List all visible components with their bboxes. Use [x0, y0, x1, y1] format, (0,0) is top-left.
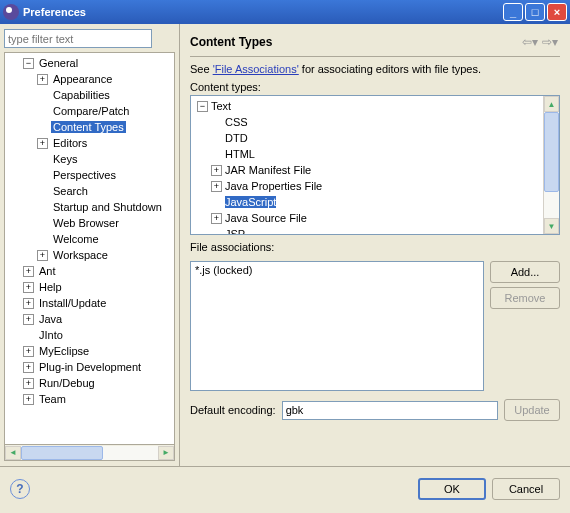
tree-item-java[interactable]: +Java — [5, 311, 174, 327]
ct-item-jar-manifest[interactable]: +JAR Manifest File — [191, 162, 543, 178]
expand-icon[interactable]: + — [23, 314, 34, 325]
window-buttons: _ □ × — [503, 3, 567, 21]
expand-icon[interactable]: + — [23, 282, 34, 293]
scroll-down-icon[interactable]: ▼ — [544, 218, 559, 234]
tree-item-keys[interactable]: Keys — [5, 151, 174, 167]
body: −General +Appearance Capabilities Compar… — [0, 24, 570, 466]
scroll-track[interactable] — [544, 112, 559, 218]
tree-item-editors[interactable]: +Editors — [5, 135, 174, 151]
footer-buttons: OK Cancel — [418, 478, 560, 500]
expand-icon[interactable]: + — [23, 362, 34, 373]
expand-icon[interactable]: + — [23, 266, 34, 277]
scroll-right-icon[interactable]: ► — [158, 446, 174, 460]
update-button[interactable]: Update — [504, 399, 560, 421]
file-associations-list[interactable]: *.js (locked) — [190, 261, 484, 391]
tree-item-myeclipse[interactable]: +MyEclipse — [5, 343, 174, 359]
tree-item-ant[interactable]: +Ant — [5, 263, 174, 279]
tree-item-run-debug[interactable]: +Run/Debug — [5, 375, 174, 391]
window-title: Preferences — [23, 6, 503, 18]
content-types-box: −Text CSS DTD HTML +JAR Manifest File +J… — [190, 95, 560, 235]
titlebar: Preferences _ □ × — [0, 0, 570, 24]
tree-item-welcome[interactable]: Welcome — [5, 231, 174, 247]
info-line: See 'File Associations' for associating … — [190, 63, 560, 75]
ct-item-text[interactable]: −Text — [191, 98, 543, 114]
expand-icon[interactable]: + — [37, 74, 48, 85]
app-icon — [3, 4, 19, 20]
close-button[interactable]: × — [547, 3, 567, 21]
tree-item-plugin-dev[interactable]: +Plug-in Development — [5, 359, 174, 375]
page-header: Content Types ⇦▾ ⇨▾ — [190, 30, 560, 54]
tree-item-perspectives[interactable]: Perspectives — [5, 167, 174, 183]
expand-icon[interactable]: + — [211, 181, 222, 192]
ct-item-java-source[interactable]: +Java Source File — [191, 210, 543, 226]
cancel-button[interactable]: Cancel — [492, 478, 560, 500]
left-pane: −General +Appearance Capabilities Compar… — [0, 24, 180, 466]
ct-item-javascript[interactable]: JavaScript — [191, 194, 543, 210]
content-types-tree[interactable]: −Text CSS DTD HTML +JAR Manifest File +J… — [191, 96, 543, 234]
forward-button[interactable]: ⇨▾ — [542, 35, 558, 49]
tree-h-scrollbar[interactable]: ◄ ► — [4, 445, 175, 461]
footer: ? OK Cancel — [0, 466, 570, 510]
add-button[interactable]: Add... — [490, 261, 560, 283]
default-encoding-label: Default encoding: — [190, 404, 276, 416]
file-assoc-item[interactable]: *.js (locked) — [195, 264, 479, 276]
remove-button[interactable]: Remove — [490, 287, 560, 309]
expand-icon[interactable]: + — [37, 250, 48, 261]
collapse-icon[interactable]: − — [23, 58, 34, 69]
file-associations-link[interactable]: 'File Associations' — [213, 63, 299, 75]
expand-icon[interactable]: + — [211, 213, 222, 224]
ct-item-html[interactable]: HTML — [191, 146, 543, 162]
content-types-scrollbar[interactable]: ▲ ▼ — [543, 96, 559, 234]
encoding-input[interactable] — [282, 401, 498, 420]
separator — [190, 56, 560, 57]
page-title: Content Types — [190, 35, 520, 49]
right-pane: Content Types ⇦▾ ⇨▾ See 'File Associatio… — [180, 24, 570, 466]
encoding-row: Default encoding: Update — [190, 399, 560, 421]
content-types-label: Content types: — [190, 81, 560, 93]
ct-item-css[interactable]: CSS — [191, 114, 543, 130]
expand-icon[interactable]: + — [23, 346, 34, 357]
nav-tree[interactable]: −General +Appearance Capabilities Compar… — [4, 52, 175, 445]
collapse-icon[interactable]: − — [197, 101, 208, 112]
tree-item-search[interactable]: Search — [5, 183, 174, 199]
file-assoc-buttons: Add... Remove — [490, 261, 560, 391]
ct-item-java-properties[interactable]: +Java Properties File — [191, 178, 543, 194]
tree-item-content-types[interactable]: Content Types — [5, 119, 174, 135]
scroll-thumb[interactable] — [544, 112, 559, 192]
ok-button[interactable]: OK — [418, 478, 486, 500]
info-suffix: for associating editors with file types. — [299, 63, 481, 75]
tree-item-general[interactable]: −General — [5, 55, 174, 71]
scroll-up-icon[interactable]: ▲ — [544, 96, 559, 112]
minimize-button[interactable]: _ — [503, 3, 523, 21]
expand-icon[interactable]: + — [23, 394, 34, 405]
back-button[interactable]: ⇦▾ — [522, 35, 538, 49]
ct-item-dtd[interactable]: DTD — [191, 130, 543, 146]
filter-input[interactable] — [4, 29, 152, 48]
tree-item-help[interactable]: +Help — [5, 279, 174, 295]
expand-icon[interactable]: + — [23, 298, 34, 309]
tree-item-capabilities[interactable]: Capabilities — [5, 87, 174, 103]
tree-item-team[interactable]: +Team — [5, 391, 174, 407]
scroll-thumb[interactable] — [21, 446, 103, 460]
help-icon[interactable]: ? — [10, 479, 30, 499]
expand-icon[interactable]: + — [211, 165, 222, 176]
file-associations-row: *.js (locked) Add... Remove — [190, 261, 560, 391]
tree-item-startup-shutdown[interactable]: Startup and Shutdown — [5, 199, 174, 215]
tree-item-workspace[interactable]: +Workspace — [5, 247, 174, 263]
tree-item-web-browser[interactable]: Web Browser — [5, 215, 174, 231]
info-prefix: See — [190, 63, 213, 75]
tree-item-compare-patch[interactable]: Compare/Patch — [5, 103, 174, 119]
expand-icon[interactable]: + — [23, 378, 34, 389]
file-associations-label: File associations: — [190, 241, 560, 253]
scroll-left-icon[interactable]: ◄ — [5, 446, 21, 460]
expand-icon[interactable]: + — [37, 138, 48, 149]
tree-item-install-update[interactable]: +Install/Update — [5, 295, 174, 311]
maximize-button[interactable]: □ — [525, 3, 545, 21]
ct-item-jsp[interactable]: JSP — [191, 226, 543, 234]
scroll-track[interactable] — [21, 446, 158, 460]
tree-item-jinto[interactable]: JInto — [5, 327, 174, 343]
tree-item-appearance[interactable]: +Appearance — [5, 71, 174, 87]
